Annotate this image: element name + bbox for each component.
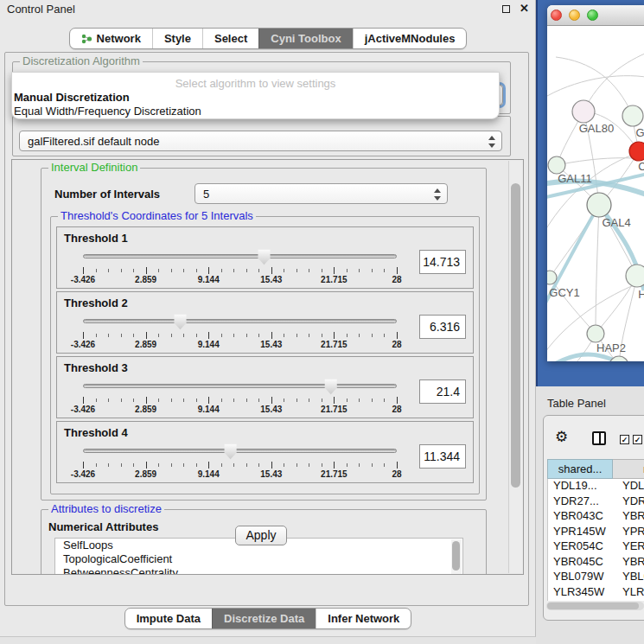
table-cell[interactable]: YBL0: [614, 570, 644, 585]
table-row[interactable]: YPR145WYPR1: [548, 525, 644, 540]
number-of-intervals-combobox[interactable]: 5: [194, 183, 448, 204]
combo-arrows-icon: [433, 188, 441, 201]
tab-select[interactable]: Select: [202, 29, 258, 48]
table-data-combobox[interactable]: galFiltered.sif default node: [19, 131, 502, 151]
network-node[interactable]: [626, 265, 644, 287]
table-cell[interactable]: YBL079W: [548, 570, 614, 585]
slider-knob[interactable]: [224, 443, 238, 460]
checkbox-icon[interactable]: ✓: [633, 435, 642, 444]
tick-mark: [347, 399, 348, 402]
threshold-slider[interactable]: -3.4262.8599.14415.4321.71528: [64, 311, 409, 349]
table-row[interactable]: YBR043CYBR0: [548, 509, 644, 525]
table-cell[interactable]: YBR0: [614, 509, 644, 525]
minimize-traffic-light-icon[interactable]: [569, 10, 580, 21]
table-hscrollbar[interactable]: [546, 602, 644, 610]
attribute-item[interactable]: BetweennessCentrality: [55, 566, 462, 575]
slider-knob[interactable]: [258, 249, 271, 265]
table-row[interactable]: YBL079WYBL0: [548, 570, 644, 585]
table-cell[interactable]: YDL19...: [548, 479, 614, 494]
close-traffic-light-icon[interactable]: [551, 10, 562, 21]
network-node[interactable]: [587, 325, 604, 342]
network-node[interactable]: [622, 105, 643, 126]
table-cell[interactable]: YDR27...: [548, 494, 614, 510]
network-window-titlebar[interactable]: [547, 5, 644, 26]
tick-mark: [258, 269, 259, 272]
close-icon[interactable]: ✕: [520, 2, 529, 15]
threshold-slider[interactable]: -3.4262.8599.14415.4321.71528: [64, 246, 409, 284]
column-header-name[interactable]: n: [613, 459, 644, 479]
dropdown-option-manual[interactable]: Manual Discretization: [14, 91, 130, 104]
tab-label: Discretize Data: [224, 612, 304, 625]
attribute-item[interactable]: TopologicalCoefficient: [55, 552, 462, 566]
table-row[interactable]: YER054CYER0: [548, 539, 644, 555]
tab-jactivemnodules[interactable]: jActiveMNodules: [353, 29, 467, 48]
column-header-shared[interactable]: shared...: [547, 459, 613, 479]
table-cell[interactable]: YER054C: [548, 539, 614, 555]
table-cell[interactable]: YDL1: [614, 479, 644, 494]
table-cell[interactable]: YIL0: [614, 600, 644, 601]
table-row[interactable]: YLR345WYLR3: [548, 585, 644, 601]
threshold-value-field[interactable]: 14.713: [419, 250, 466, 274]
threshold-value-field[interactable]: 6.316: [419, 315, 466, 339]
table-cell[interactable]: YLR3: [614, 585, 644, 601]
network-node[interactable]: [572, 100, 595, 123]
table-row[interactable]: YBR045CYBR0: [548, 555, 644, 571]
settings-scrollbar[interactable]: [508, 161, 522, 573]
table-cell[interactable]: YLR345W: [548, 585, 614, 601]
apply-button[interactable]: Apply: [235, 526, 287, 545]
network-node[interactable]: [547, 271, 557, 284]
tab-infer-network[interactable]: Infer Network: [316, 609, 411, 628]
network-node[interactable]: [629, 142, 644, 161]
tab-network[interactable]: Network: [70, 29, 152, 48]
threshold-panel: Threshold 2 -3.4262.8599.14415.4321.7152…: [56, 291, 474, 354]
network-canvas[interactable]: GAL80GACGAL11GAL4GCY1HHAP2: [547, 27, 644, 361]
float-window-icon[interactable]: [502, 5, 510, 13]
tab-impute-data[interactable]: Impute Data: [125, 609, 212, 628]
tab-discretize-data[interactable]: Discretize Data: [212, 609, 316, 628]
gear-icon[interactable]: ⚙: [555, 430, 568, 444]
tick-mark: [359, 463, 360, 467]
table-body[interactable]: YDL19...YDL1YDR27...YDR2YBR043CYBR0YPR14…: [547, 479, 644, 601]
table-cell[interactable]: YBR043C: [548, 509, 614, 525]
slider-track[interactable]: [83, 384, 397, 388]
tick-mark: [347, 334, 348, 337]
table-cell[interactable]: YPR1: [614, 525, 644, 540]
network-node[interactable]: [587, 193, 611, 217]
split-columns-icon[interactable]: [592, 431, 606, 445]
list-scrollbar[interactable]: [451, 539, 462, 575]
table-cell[interactable]: YER0: [614, 539, 644, 555]
tick-mark: [309, 334, 309, 337]
table-cell[interactable]: YIL052C: [548, 600, 614, 601]
threshold-value-field[interactable]: 21.4: [419, 379, 466, 404]
tab-cyni-toolbox[interactable]: Cyni Toolbox: [258, 29, 352, 48]
table-cell[interactable]: YBR0: [614, 555, 644, 571]
table-row[interactable]: YDL19...YDL1: [548, 479, 644, 494]
threshold-slider[interactable]: -3.4262.8599.14415.4321.71528: [64, 441, 409, 479]
table-cell[interactable]: YDR2: [614, 494, 644, 510]
table-row[interactable]: YDR27...YDR2: [548, 494, 644, 510]
slider-knob[interactable]: [174, 314, 188, 330]
tick-mark: [359, 399, 360, 402]
tick-mark: [133, 334, 134, 337]
table-row[interactable]: YIL052CYIL0: [548, 600, 644, 601]
checkbox-icon[interactable]: ✓: [620, 435, 629, 444]
tick-mark: [221, 399, 222, 402]
tick-label: 2.859: [135, 469, 156, 479]
tick-label: 21.715: [321, 340, 348, 349]
network-view-window[interactable]: GAL80GACGAL11GAL4GCY1HHAP2: [547, 5, 644, 361]
slider-track[interactable]: [83, 254, 397, 258]
slider-knob[interactable]: [324, 379, 338, 395]
slider-track[interactable]: [83, 319, 397, 323]
table-cell[interactable]: YBR045C: [548, 555, 614, 571]
network-node[interactable]: [548, 156, 565, 174]
control-panel-titlebar[interactable]: Control Panel ✕: [0, 0, 535, 16]
zoom-traffic-light-icon[interactable]: [587, 10, 598, 21]
tick-mark: [271, 397, 272, 404]
dropdown-option-equal-width[interactable]: Equal Width/Frequency Discretization: [14, 105, 201, 118]
threshold-value-field[interactable]: 11.344: [419, 444, 466, 469]
slider-track[interactable]: [83, 449, 397, 453]
table-cell[interactable]: YPR145W: [548, 525, 614, 540]
tab-style[interactable]: Style: [152, 29, 202, 48]
threshold-slider[interactable]: -3.4262.8599.14415.4321.71528: [64, 376, 409, 414]
tick-mark: [334, 267, 335, 274]
